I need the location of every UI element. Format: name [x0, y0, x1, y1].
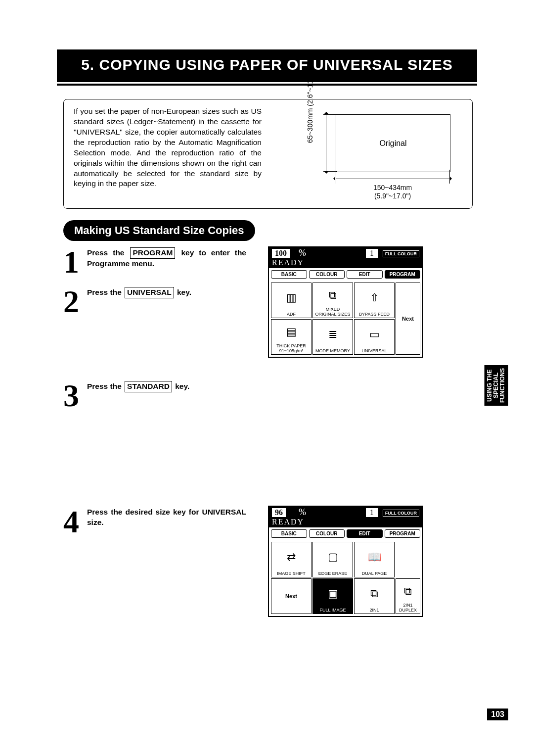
- zoom-value: 96: [272, 508, 286, 517]
- program-key: PROGRAM: [130, 247, 175, 259]
- image-shift-icon: ⇄: [272, 543, 310, 571]
- mixed-sizes-button[interactable]: ⧉MIXED ORIGINAL SIZES: [312, 283, 353, 318]
- horizontal-dimension: 150~434mm (5.9"~17.0"): [336, 184, 449, 200]
- display-panel-2: 96 % 1 FULL COLOUR READY BASIC COLOUR ED…: [268, 506, 423, 617]
- side-tab: USING THE SPECIAL FUNCTIONS: [485, 365, 508, 406]
- tab-colour[interactable]: COLOUR: [309, 529, 345, 538]
- copy-count: 1: [366, 508, 378, 517]
- step-number-3: 3: [63, 383, 85, 408]
- page-number: 103: [487, 709, 508, 720]
- intro-text: If you set the paper of non-European siz…: [74, 106, 262, 189]
- thick-paper-icon: ▤: [272, 321, 310, 343]
- universal-icon: ▭: [356, 321, 393, 348]
- vertical-dimension: 65~300mm (2.6"~11.8"): [306, 84, 314, 143]
- ready-status: READY: [272, 518, 304, 526]
- full-image-button[interactable]: ▣FULL IMAGE: [312, 578, 353, 614]
- 2in1-icon: ⧉: [356, 580, 393, 608]
- next-button[interactable]: Next: [271, 578, 312, 614]
- tab-basic[interactable]: BASIC: [271, 529, 307, 538]
- copy-count: 1: [366, 249, 378, 258]
- tab-colour[interactable]: COLOUR: [309, 270, 345, 279]
- bypass-feed-icon: ⇧: [356, 284, 393, 312]
- 2in1-button[interactable]: ⧉2IN1: [354, 578, 395, 614]
- full-image-icon: ▣: [314, 580, 352, 608]
- universal-button[interactable]: ▭UNIVERSAL: [354, 319, 395, 355]
- full-colour-badge: FULL COLOUR: [383, 510, 419, 517]
- mode-memory-button[interactable]: ≣MODE MEMORY: [312, 319, 353, 355]
- percent-symbol: %: [299, 248, 306, 258]
- image-shift-button[interactable]: ⇄IMAGE SHIFT: [271, 542, 312, 577]
- original-rect: Original: [336, 114, 450, 172]
- standard-key: STANDARD: [125, 381, 172, 392]
- intro-box: If you set the paper of non-European siz…: [63, 99, 473, 209]
- next-button[interactable]: Next: [396, 283, 420, 355]
- tab-edit[interactable]: EDIT: [347, 529, 383, 538]
- display-panel-1: 100 % 1 FULL COLOUR READY BASIC COLOUR E…: [268, 246, 423, 358]
- tab-basic[interactable]: BASIC: [271, 270, 307, 279]
- dual-page-icon: 📖: [356, 543, 393, 571]
- step-3: 3 Press the STANDARD key.: [63, 381, 246, 408]
- step-number-4: 4: [63, 509, 85, 534]
- step-2: 2 Press the UNIVERSAL key.: [63, 287, 246, 314]
- step-1: 1 Press the PROGRAM key to enter the Pro…: [63, 247, 246, 275]
- tab-program[interactable]: PROGRAM: [385, 270, 421, 279]
- chapter-title: 5. COPYING USING PAPER OF UNIVERSAL SIZE…: [57, 49, 477, 82]
- step-4: 4 Press the desired size key for UNIVERS…: [63, 507, 246, 534]
- 2in1-duplex-icon: ⧉: [397, 580, 419, 603]
- dual-page-button[interactable]: 📖DUAL PAGE: [354, 542, 395, 577]
- adf-icon: ▥: [272, 284, 310, 312]
- tab-edit[interactable]: EDIT: [347, 270, 383, 279]
- tab-program[interactable]: PROGRAM: [385, 529, 421, 538]
- ready-status: READY: [272, 258, 304, 267]
- mode-memory-icon: ≣: [314, 321, 352, 348]
- edge-erase-button[interactable]: ▢EDGE ERASE: [312, 542, 353, 577]
- step-number-2: 2: [63, 289, 85, 314]
- full-colour-badge: FULL COLOUR: [383, 250, 419, 257]
- step-number-1: 1: [63, 249, 85, 275]
- thick-paper-button[interactable]: ▤THICK PAPER 91~105g/m²: [271, 319, 312, 355]
- zoom-value: 100: [272, 249, 290, 258]
- edge-erase-icon: ▢: [314, 543, 352, 571]
- mixed-sizes-icon: ⧉: [314, 284, 352, 307]
- universal-key: UNIVERSAL: [125, 287, 174, 298]
- adf-button[interactable]: ▥ADF: [271, 283, 312, 318]
- 2in1-duplex-button[interactable]: ⧉2IN1 DUPLEX: [396, 578, 420, 614]
- percent-symbol: %: [299, 507, 306, 518]
- bypass-feed-button[interactable]: ⇧BYPASS FEED: [354, 283, 395, 318]
- size-diagram: Original 65~300mm (2.6"~11.8") 150~434mm…: [276, 109, 459, 203]
- section-heading: Making US Standard Size Copies: [63, 220, 255, 241]
